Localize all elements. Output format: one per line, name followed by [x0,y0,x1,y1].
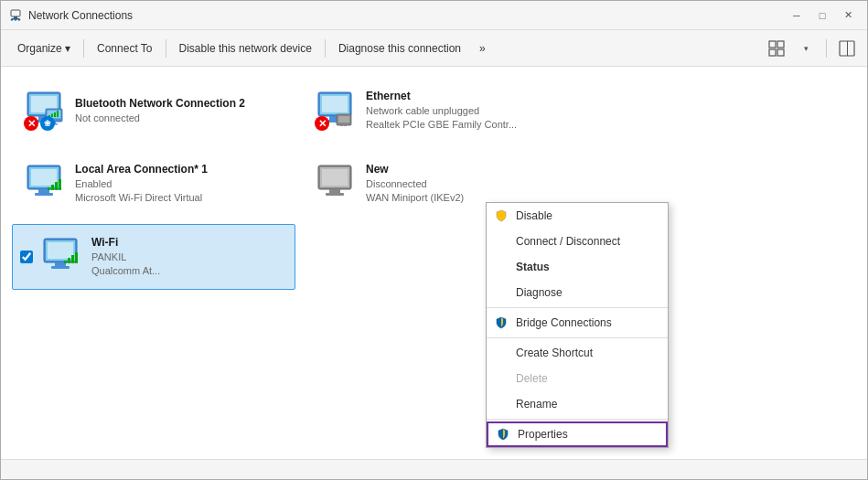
wan-svg [313,162,357,206]
wan-net-status: Disconnected [366,177,576,191]
svg-rect-42 [59,179,61,190]
organize-button[interactable]: Organize ▾ [8,34,80,63]
shield-icon-disable [494,208,509,223]
svg-rect-53 [64,261,67,263]
more-button[interactable]: » [470,34,495,63]
svg-rect-40 [51,185,54,190]
svg-rect-1 [14,16,17,18]
toolbar-separator-1 [83,39,84,58]
ctx-rename-label: Rename [516,398,557,411]
ctx-connect-label: Connect / Disconnect [516,235,620,248]
network-connections-window: Network Connections ─ □ ✕ Organize ▾ Con… [0,0,868,480]
wan-net-info: New Disconnected WAN Miniport (IKEv2) [366,162,576,206]
shield-icon-bridge [494,315,509,330]
svg-rect-32 [340,123,343,126]
ethernet-net-status: Network cable unplugged [366,104,576,118]
title-bar-left: Network Connections [8,8,133,23]
ctx-separator-1 [487,307,668,308]
svg-rect-6 [769,41,776,48]
svg-rect-7 [777,41,784,48]
svg-rect-29 [322,96,348,112]
bluetooth-net-info: Bluetooth Network Connection 2 Not conne… [75,96,285,125]
svg-point-4 [15,18,16,20]
wifi-net-name: Wi-Fi [91,235,285,251]
svg-rect-39 [48,187,50,190]
ctx-item-properties[interactable]: Properties [487,421,668,447]
bluetooth-network-icon: ✕ ❀ [22,89,66,133]
svg-rect-56 [75,252,78,263]
panel-icon [839,40,855,57]
diagnose-connection-button[interactable]: Diagnose this connection [329,34,470,63]
wifi-icon-container [38,235,82,279]
status-bar [1,459,867,479]
network-item-ethernet[interactable]: ✕ Ethernet Network cable unplugged Realt… [303,78,586,144]
wifi-net-info: Wi-Fi PANKIL Qualcomm At... [91,235,285,279]
ctx-item-shortcut[interactable]: Create Shortcut [487,340,668,366]
ctx-delete-label: Delete [516,372,548,385]
window-title: Network Connections [28,9,133,22]
svg-rect-33 [344,123,347,126]
svg-rect-24 [57,111,59,117]
toolbar-separator-3 [325,39,326,58]
local-area-net-info: Local Area Connection* 1 Enabled Microso… [75,162,285,206]
panel-toggle-button[interactable] [834,36,860,61]
ctx-item-rename[interactable]: Rename [487,391,668,417]
ctx-properties-label: Properties [518,428,568,441]
svg-rect-46 [326,193,344,196]
window-icon [8,8,23,23]
svg-rect-47 [322,169,348,186]
svg-rect-37 [35,193,53,196]
network-item-bluetooth[interactable]: ✕ ❀ Bluetooth Network Connection 2 Not c… [12,78,295,144]
wifi-net-detail: Qualcomm At... [91,264,285,278]
wan-icon-container [313,162,357,206]
local-area-net-detail: Microsoft Wi-Fi Direct Virtual [75,191,285,205]
ctx-item-diagnose[interactable]: Diagnose [487,280,668,305]
wifi-svg [38,235,82,279]
network-item-local-area[interactable]: Local Area Connection* 1 Enabled Microso… [12,151,295,217]
ethernet-net-name: Ethernet [366,89,576,104]
ethernet-net-detail: Realtek PCIe GBE Family Contr... [366,118,576,132]
ctx-status-label: Status [516,261,550,273]
view-dropdown-button[interactable]: ▾ [793,36,819,61]
ethernet-icon-container: ✕ [313,89,357,133]
shield-bridge-svg [495,316,508,329]
svg-rect-41 [55,182,58,190]
x-overlay: ✕ [24,116,38,131]
view-icon-button[interactable] [764,36,789,61]
ctx-item-bridge[interactable]: Bridge Connections [487,310,668,336]
ctx-item-connect[interactable]: Connect / Disconnect [487,229,668,254]
disable-network-button[interactable]: Disable this network device [170,34,321,63]
ctx-separator-3 [487,419,668,420]
shield-icon-properties [496,427,510,442]
svg-rect-38 [31,169,57,186]
local-area-icon-container [22,162,66,206]
shield-svg [495,209,508,222]
network-item-wifi[interactable]: Wi-Fi PANKIL Qualcomm At... [12,224,295,290]
ctx-separator-2 [487,337,668,338]
ctx-diagnose-label: Diagnose [516,286,563,299]
connect-to-button[interactable]: Connect To [88,34,162,63]
bluetooth-net-name: Bluetooth Network Connection 2 [75,96,285,112]
view-dropdown-arrow: ▾ [804,44,809,53]
title-bar: Network Connections ─ □ ✕ [1,1,867,30]
svg-rect-0 [11,10,20,16]
minimize-button[interactable]: ─ [785,6,809,25]
wifi-checkbox[interactable] [20,251,33,263]
svg-rect-54 [68,258,70,263]
title-bar-controls: ─ □ ✕ [785,6,860,25]
ctx-item-status[interactable]: Status [487,254,668,280]
svg-point-3 [11,18,13,20]
main-content: ✕ ❀ Bluetooth Network Connection 2 Not c… [1,67,867,459]
maximize-button[interactable]: □ [810,6,834,25]
svg-point-5 [18,18,20,20]
close-button[interactable]: ✕ [836,6,860,25]
local-area-net-name: Local Area Connection* 1 [75,162,285,177]
shield-properties-svg [497,428,509,441]
wifi-net-status: PANKIL [91,251,285,264]
ctx-item-disable[interactable]: Disable [487,203,668,229]
local-area-svg [22,162,66,206]
toolbar: Organize ▾ Connect To Disable this netwo… [1,30,867,67]
ctx-disable-label: Disable [516,209,552,222]
svg-rect-23 [54,112,56,117]
toolbar-right: ▾ [764,36,860,61]
